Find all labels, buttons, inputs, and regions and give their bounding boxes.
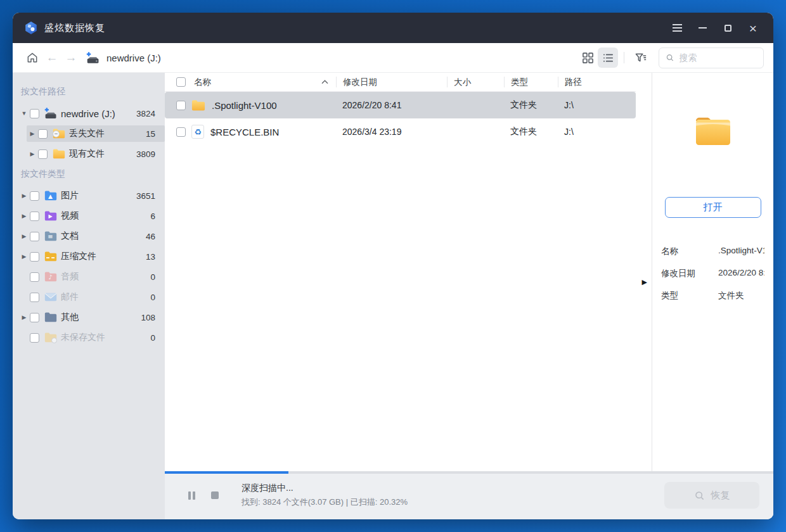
- recover-button[interactable]: 恢复: [664, 482, 759, 509]
- home-button[interactable]: [22, 48, 42, 68]
- checkbox[interactable]: [176, 101, 186, 110]
- column-header-date[interactable]: 修改日期: [336, 77, 447, 87]
- detail-label: 类型: [661, 290, 718, 301]
- grid-view-button[interactable]: [577, 48, 598, 68]
- filter-icon: [635, 52, 647, 64]
- doc-glyph: ≡: [43, 234, 58, 240]
- forward-button[interactable]: →: [61, 51, 81, 65]
- sidebar-item-images[interactable]: ▶ ▲ 图片 3651: [13, 186, 165, 206]
- search-input[interactable]: [680, 53, 757, 63]
- detail-value: 文件夹: [718, 290, 764, 301]
- list-view-button[interactable]: [598, 48, 618, 68]
- file-type: 文件夹: [504, 99, 558, 111]
- sidebar-item-label: 其他: [61, 312, 137, 323]
- main-area: 名称 修改日期 大小 类型 路径: [165, 73, 773, 519]
- table-row[interactable]: .Spotlight-V100 2026/2/20 8:41 文件夹 J:\: [165, 92, 636, 118]
- videos-folder-icon: ▶: [43, 210, 58, 222]
- sidebar-item-archives[interactable]: ▶ 压缩文件 13: [13, 246, 165, 267]
- sidebar-item-existing-files[interactable]: ▶ 现有文件 3809: [13, 144, 165, 164]
- table-row[interactable]: ♻ $RECYCLE.BIN 2026/3/4 23:19 文件夹 J:\: [165, 118, 636, 145]
- recycle-bin-icon: ♻: [191, 125, 204, 139]
- progress-fill: [165, 471, 288, 474]
- checkbox[interactable]: [38, 149, 48, 159]
- checkbox[interactable]: [30, 313, 39, 322]
- drive-icon: [43, 107, 58, 120]
- stop-button[interactable]: [207, 487, 222, 504]
- sidebar-item-label: 邮件: [61, 291, 146, 303]
- breadcrumb[interactable]: newdrive (J:): [106, 53, 161, 63]
- file-name: .Spotlight-V100: [212, 100, 277, 111]
- checkbox[interactable]: [30, 252, 39, 262]
- checkbox[interactable]: [30, 109, 39, 118]
- item-count: 0: [150, 272, 155, 282]
- checkbox[interactable]: [30, 293, 39, 302]
- sort-asc-icon[interactable]: [321, 80, 328, 84]
- sidebar-item-unsaved[interactable]: 未保存文件 0: [13, 327, 165, 348]
- note-glyph: ♪: [43, 274, 58, 281]
- sidebar-item-other[interactable]: ▶ 其他 108: [13, 307, 165, 327]
- column-header-path[interactable]: 路径: [558, 77, 636, 87]
- checkbox[interactable]: [176, 127, 186, 137]
- sidebar-item-lost-files[interactable]: ▶ − 丢失文件 15: [13, 124, 165, 144]
- scan-status: 深度扫描中... 找到: 3824 个文件(3.07 GB) | 已扫描: 20…: [242, 483, 408, 508]
- images-folder-icon: ▲: [43, 189, 58, 202]
- sidebar-item-label: 文档: [61, 231, 142, 242]
- section-header-path: 按文件路径: [13, 82, 165, 103]
- other-folder-icon: [43, 311, 58, 324]
- filter-button[interactable]: [630, 48, 650, 68]
- file-name: $RECYCLE.BIN: [210, 127, 279, 137]
- search-icon: [694, 490, 705, 501]
- sidebar-item-videos[interactable]: ▶ ▶ 视频 6: [13, 206, 165, 226]
- checkbox[interactable]: [38, 129, 48, 139]
- select-all-checkbox[interactable]: [176, 77, 186, 87]
- app-window: 盛炫数据恢复 × ← → newdrive (J:): [13, 13, 773, 519]
- chevron-right-icon[interactable]: ▶: [28, 130, 37, 137]
- menu-icon[interactable]: [668, 19, 686, 37]
- open-button[interactable]: 打开: [665, 197, 761, 218]
- file-date: 2026/2/20 8:41: [336, 100, 447, 110]
- sidebar-item-label: 现有文件: [69, 148, 132, 160]
- title-bar: 盛炫数据恢复 ×: [13, 13, 773, 43]
- detail-label: 名称: [661, 246, 718, 257]
- chevron-right-icon[interactable]: ▶: [20, 314, 29, 320]
- column-header-name[interactable]: 名称: [165, 77, 336, 87]
- checkbox[interactable]: [30, 272, 39, 282]
- checkbox[interactable]: [30, 212, 39, 221]
- sidebar-item-audio[interactable]: ♪ 音频 0: [13, 267, 165, 287]
- sidebar-item-documents[interactable]: ▶ ≡ 文档 46: [13, 226, 165, 246]
- chevron-right-icon[interactable]: ▶: [20, 213, 29, 219]
- item-count: 15: [146, 129, 155, 139]
- chevron-right-icon[interactable]: ▶: [20, 233, 29, 239]
- checkbox[interactable]: [30, 333, 39, 343]
- minus-badge-icon: −: [53, 130, 60, 137]
- app-title: 盛炫数据恢复: [44, 22, 105, 34]
- sidebar: 按文件路径 ▼ newdrive (J:) 3824 ▶ − 丢失文件 15: [13, 73, 165, 519]
- toolbar: ← → newdrive (J:): [13, 43, 773, 73]
- sidebar-item-mail[interactable]: 邮件 0: [13, 287, 165, 307]
- window-controls: ×: [668, 19, 762, 37]
- sidebar-item-newdrive[interactable]: ▼ newdrive (J:) 3824: [13, 103, 165, 124]
- audio-folder-icon: ♪: [43, 270, 58, 283]
- collapse-panel-toggle[interactable]: ▶: [642, 279, 647, 286]
- minimize-button[interactable]: [693, 19, 711, 37]
- list-view-icon: [602, 52, 614, 64]
- toolbar-divider: [624, 52, 624, 63]
- content-area: 按文件路径 ▼ newdrive (J:) 3824 ▶ − 丢失文件 15: [13, 73, 773, 519]
- chevron-right-icon[interactable]: ▶: [28, 151, 37, 157]
- pause-icon: [188, 491, 191, 500]
- progress-bar: [165, 471, 773, 474]
- checkbox[interactable]: [30, 232, 39, 241]
- app-logo-icon: [24, 21, 38, 35]
- status-bar: 深度扫描中... 找到: 3824 个文件(3.07 GB) | 已扫描: 20…: [165, 471, 773, 519]
- column-header-size[interactable]: 大小: [447, 77, 504, 87]
- close-button[interactable]: ×: [744, 19, 762, 37]
- chevron-right-icon[interactable]: ▶: [20, 193, 29, 199]
- back-button[interactable]: ←: [42, 51, 61, 65]
- maximize-button[interactable]: [719, 19, 737, 37]
- column-header-type[interactable]: 类型: [504, 77, 558, 87]
- chevron-down-icon[interactable]: ▼: [20, 110, 29, 117]
- checkbox[interactable]: [30, 191, 39, 201]
- chevron-right-icon[interactable]: ▶: [20, 253, 29, 260]
- search-icon: [666, 53, 674, 63]
- pause-button[interactable]: [184, 487, 199, 504]
